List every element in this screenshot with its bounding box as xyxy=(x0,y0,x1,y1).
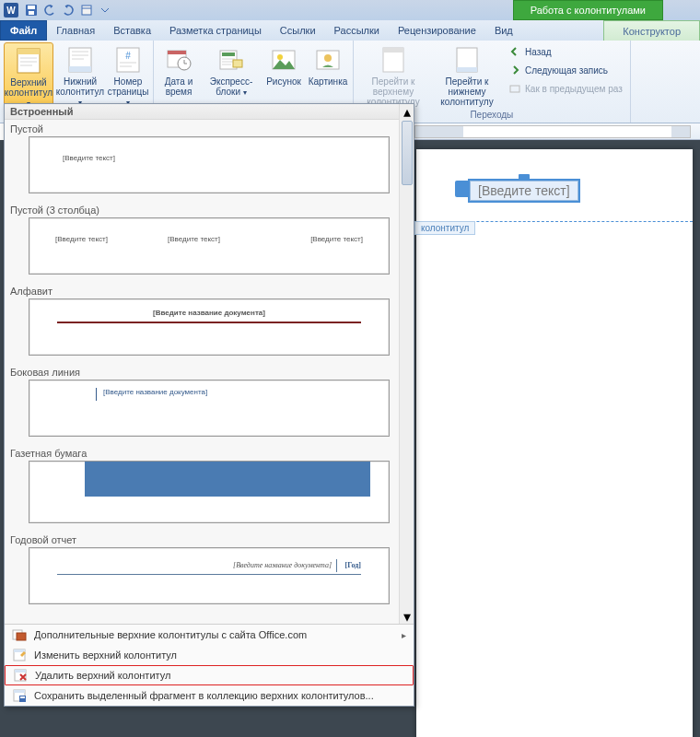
header-placeholder-text[interactable]: [Введите текст] xyxy=(470,181,578,201)
clipart-icon xyxy=(313,45,343,75)
redo-qat-button[interactable] xyxy=(60,2,76,18)
svg-rect-28 xyxy=(14,649,25,652)
footer-icon xyxy=(65,45,95,75)
link-icon xyxy=(508,82,521,95)
gallery-item-label: Газетная бумага xyxy=(5,444,414,461)
office-icon xyxy=(12,627,27,642)
clipart-button[interactable]: Картинка xyxy=(307,42,349,110)
date-time-button[interactable]: Дата и время xyxy=(158,42,200,110)
content-control-handle-icon[interactable] xyxy=(519,174,530,179)
tab-mailings[interactable]: Рассылки xyxy=(325,20,389,41)
gallery-item-label: Пустой xyxy=(5,120,414,136)
tab-layout[interactable]: Разметка страницы xyxy=(160,20,271,41)
svg-rect-23 xyxy=(457,67,477,72)
header-gallery-dropdown: Встроенный Пустой [Введите текст] Пустой… xyxy=(4,103,414,707)
svg-point-19 xyxy=(324,54,332,62)
page-number-button[interactable]: # Номер страницы ▾ xyxy=(107,42,149,110)
tab-insert[interactable]: Вставка xyxy=(104,20,160,41)
picture-icon xyxy=(269,45,298,75)
undo-qat-button[interactable] xyxy=(41,2,58,18)
page-number-icon: # xyxy=(113,45,143,75)
svg-rect-15 xyxy=(233,60,242,67)
svg-rect-32 xyxy=(14,690,25,693)
svg-rect-26 xyxy=(17,633,26,640)
gallery-item-label: Годовой отчет xyxy=(5,531,414,547)
goto-header-icon xyxy=(379,45,408,75)
tab-file[interactable]: Файл xyxy=(0,20,47,41)
next-section-button[interactable]: Следующая запись xyxy=(505,61,626,79)
gallery-section-builtin: Встроенный xyxy=(5,104,414,120)
gallery-item-label: Боковая линия xyxy=(5,363,414,380)
goto-footer-icon xyxy=(452,45,482,75)
app-icon: W xyxy=(4,3,18,18)
goto-footer-button[interactable]: Перейти к нижнему колонтитулу xyxy=(431,42,503,110)
svg-rect-21 xyxy=(383,48,403,53)
footer-button[interactable]: Нижний колонтитул ▾ xyxy=(55,42,105,110)
header-button[interactable]: Верхний колонтитул ▾ xyxy=(4,42,53,110)
tab-review[interactable]: Рецензирование xyxy=(389,20,485,41)
edit-header-icon xyxy=(12,648,27,662)
svg-point-17 xyxy=(277,54,283,60)
header-content-control[interactable]: [Введите текст] xyxy=(468,179,580,203)
picture-button[interactable]: Рисунок xyxy=(262,42,305,110)
gallery-save-selection-button[interactable]: Сохранить выделенный фрагмент в коллекци… xyxy=(5,685,414,706)
title-bar: W Работа с колонтитулами xyxy=(0,0,700,20)
contextual-tab-header-tools: Работа с колонтитулами xyxy=(513,0,663,20)
tab-home[interactable]: Главная xyxy=(47,20,104,41)
gallery-item-annual[interactable]: [Введите название документа] [Год] xyxy=(29,547,390,604)
back-icon xyxy=(508,45,521,58)
svg-rect-34 xyxy=(20,696,25,698)
calendar-icon xyxy=(164,45,193,75)
header-icon xyxy=(14,46,43,76)
svg-rect-30 xyxy=(15,670,26,673)
gallery-item-label: Алфавит xyxy=(5,282,414,298)
ribbon-tabs: Файл Главная Вставка Разметка страницы С… xyxy=(0,20,700,41)
content-control-tab-icon[interactable] xyxy=(455,181,468,197)
gallery-scrollbar[interactable]: ▴ ▾ xyxy=(399,104,414,624)
link-previous-button[interactable]: Как в предыдущем раз xyxy=(505,79,626,98)
quick-parts-button[interactable]: Экспресс-блоки ▾ xyxy=(202,42,261,110)
gallery-item-blank-3col[interactable]: [Введите текст] [Введите текст] [Введите… xyxy=(29,217,390,275)
gallery-item-sideline[interactable]: [Введите название документа] xyxy=(29,380,390,437)
gallery-item-blank[interactable]: [Введите текст] xyxy=(29,136,390,193)
svg-rect-5 xyxy=(18,49,40,54)
gallery-more-office-button[interactable]: Дополнительные верхние колонтитулы с сай… xyxy=(5,625,414,645)
tab-design[interactable]: Конструктор xyxy=(603,20,700,41)
svg-rect-24 xyxy=(510,86,519,92)
tab-references[interactable]: Ссылки xyxy=(271,20,325,41)
header-region-tag: колонтитул xyxy=(414,221,475,235)
gallery-remove-header-button[interactable]: Удалить верхний колонтитул xyxy=(5,665,414,685)
quick-parts-icon xyxy=(216,45,246,75)
svg-rect-2 xyxy=(29,11,34,15)
prev-section-button[interactable]: Назад xyxy=(505,42,626,61)
qat-customize-button[interactable] xyxy=(97,2,113,18)
forward-icon xyxy=(508,64,521,76)
svg-rect-3 xyxy=(82,6,91,15)
gallery-footer-menu: Дополнительные верхние колонтитулы с сай… xyxy=(5,624,414,706)
svg-rect-14 xyxy=(222,53,235,56)
remove-header-icon xyxy=(13,668,28,683)
save-qat-button[interactable] xyxy=(23,2,40,18)
goto-header-button[interactable]: Перейти к верхнему колонтитулу xyxy=(357,42,429,110)
gallery-item-newspaper[interactable] xyxy=(29,461,390,523)
svg-rect-7 xyxy=(69,66,91,72)
save-selection-icon xyxy=(12,688,27,703)
gallery-edit-header-button[interactable]: Изменить верхний колонтитул xyxy=(5,645,414,665)
document-page[interactable]: [Введите текст] колонтитул xyxy=(416,149,693,737)
svg-rect-11 xyxy=(168,51,186,54)
svg-text:#: # xyxy=(125,51,131,61)
gallery-item-label: Пустой (3 столбца) xyxy=(5,201,414,217)
tab-view[interactable]: Вид xyxy=(485,20,522,41)
svg-rect-1 xyxy=(28,6,35,9)
gallery-item-alphabet[interactable]: [Введите название документа] xyxy=(29,298,390,356)
qat-more-button[interactable] xyxy=(78,2,95,18)
